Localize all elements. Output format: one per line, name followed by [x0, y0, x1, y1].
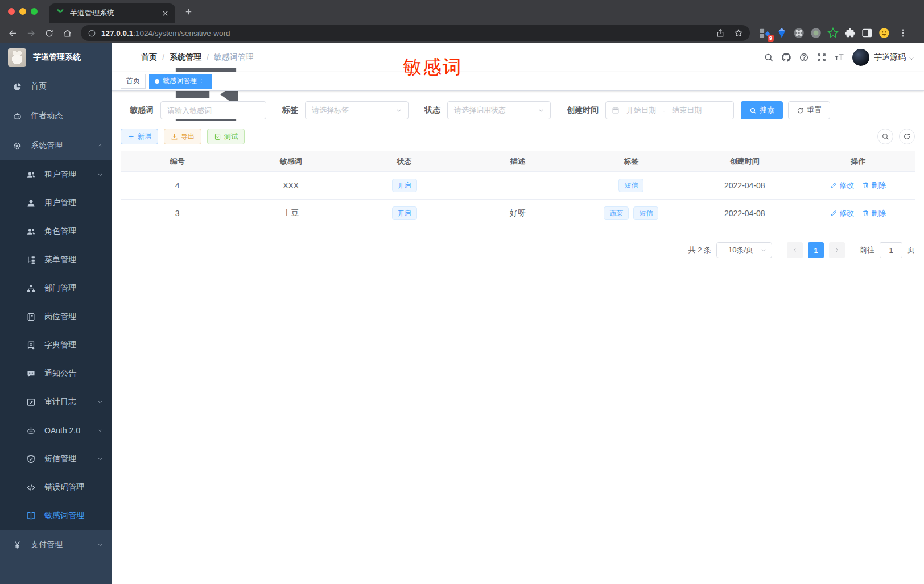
delete-button[interactable]: 删除: [862, 180, 886, 190]
refresh-table-button[interactable]: [899, 129, 915, 144]
puzzle-icon[interactable]: [843, 26, 857, 40]
sidebar-logo[interactable]: 芋道管理系统: [0, 43, 112, 72]
sidebar: 芋道管理系统 首页作者动态系统管理租户管理用户管理角色管理菜单管理部门管理岗位管…: [0, 43, 112, 584]
share-icon[interactable]: [716, 28, 725, 38]
sidebar-item-post[interactable]: 岗位管理: [0, 303, 112, 331]
new-tab-button[interactable]: [184, 7, 193, 16]
edit-button[interactable]: 修改: [830, 208, 854, 218]
search-icon: [881, 132, 889, 140]
sidebar-item-error-code[interactable]: 错误码管理: [0, 473, 112, 502]
browser-menu-icon[interactable]: [898, 28, 908, 38]
pencil-icon: [830, 209, 838, 217]
cell-created: 2022-04-08: [688, 181, 801, 190]
page-size-select[interactable]: 10条/页: [716, 242, 772, 258]
tag-home[interactable]: 首页: [121, 74, 146, 89]
chevron-down-icon: [97, 171, 104, 178]
sidebar-item-oauth[interactable]: OAuth 2.0: [0, 416, 112, 445]
test-button[interactable]: 测试: [207, 129, 245, 144]
search-button[interactable]: 搜索: [741, 101, 783, 119]
user-avatar[interactable]: [852, 49, 869, 66]
back-icon[interactable]: [5, 25, 20, 41]
sidebar-item-tenant[interactable]: 租户管理: [0, 160, 112, 189]
help-icon[interactable]: [795, 48, 812, 67]
forward-icon[interactable]: [23, 25, 39, 41]
sidebar-item-gear[interactable]: 系统管理: [0, 131, 112, 160]
tag-sensitive-word[interactable]: 敏感词管理: [149, 74, 212, 89]
minimize-window-button[interactable]: [19, 8, 26, 15]
font-size-icon[interactable]: [830, 48, 848, 67]
sidebar-item-label: 首页: [31, 81, 104, 92]
sidebar-item-audit-log[interactable]: 审计日志: [0, 388, 112, 416]
command-icon[interactable]: [792, 26, 806, 40]
next-page-button[interactable]: [829, 242, 845, 258]
split-view-icon[interactable]: [860, 26, 874, 40]
collapse-sidebar-icon[interactable]: [121, 52, 132, 63]
prev-page-button[interactable]: [787, 242, 803, 258]
green-star-icon[interactable]: [826, 26, 840, 40]
add-button[interactable]: 新增: [121, 129, 158, 144]
fullscreen-icon[interactable]: [812, 48, 830, 67]
end-date-placeholder: 结束日期: [672, 105, 702, 115]
home-icon[interactable]: [59, 25, 75, 41]
sensitive-word-input[interactable]: [160, 101, 266, 119]
record-icon[interactable]: [809, 26, 823, 40]
sidebar-item-role[interactable]: 角色管理: [0, 217, 112, 246]
bookmark-star-icon[interactable]: [734, 28, 743, 38]
cell-created: 2022-04-08: [688, 209, 801, 218]
chevron-down-icon: [97, 399, 104, 405]
sidebar-item-label: 短信管理: [44, 454, 97, 464]
table-body: 4XXX开启短信2022-04-08修改删除3土豆开启好呀蔬菜短信2022-04…: [121, 172, 915, 227]
filter-form: 敏感词 标签 请选择标签 状态 请选择启用状态 创建时间 开始日: [121, 101, 915, 119]
browser-chrome: 芋道管理系统 127.0.0.1:1024/system/sensitive-w…: [0, 0, 924, 43]
date-range-picker[interactable]: 开始日期 - 结束日期: [605, 101, 734, 119]
tag-close-icon[interactable]: [200, 78, 207, 84]
reset-button[interactable]: 重置: [788, 101, 830, 119]
sidebar-item-dictionary[interactable]: 字典管理: [0, 331, 112, 359]
trash-icon: [862, 209, 869, 217]
status-select[interactable]: 请选择启用状态: [447, 101, 551, 119]
goto-page-input[interactable]: [880, 242, 902, 258]
breadcrumb-system[interactable]: 系统管理: [170, 52, 201, 63]
cell-id: 3: [121, 209, 234, 218]
reload-icon[interactable]: [41, 25, 57, 41]
status-badge: 开启: [392, 179, 417, 192]
page-number-button[interactable]: 1: [808, 242, 824, 258]
edit-button[interactable]: 修改: [830, 180, 854, 190]
zoom-window-button[interactable]: [31, 8, 38, 15]
browser-tab[interactable]: 芋道管理系统: [49, 3, 175, 23]
tab-close-icon[interactable]: [161, 9, 170, 18]
app-title: 芋道管理系统: [33, 52, 81, 63]
username[interactable]: 芋道源码: [874, 52, 906, 63]
table-header: 编号 敏感词 状态 描述 标签 创建时间 操作: [121, 151, 915, 172]
export-button[interactable]: 导出: [164, 129, 201, 144]
chevron-down-icon[interactable]: [908, 55, 915, 62]
tag-select[interactable]: 请选择标签: [305, 101, 409, 119]
sidebar-item-notice[interactable]: 通知公告: [0, 359, 112, 388]
chevron-down-icon: [395, 106, 403, 114]
sidebar-item-sensitive-word[interactable]: 敏感词管理: [0, 502, 112, 530]
sidebar-item-menu-tree[interactable]: 菜单管理: [0, 246, 112, 274]
search-icon[interactable]: [760, 48, 777, 67]
extensions-area: 9: [758, 26, 891, 40]
site-info-icon[interactable]: [88, 29, 96, 38]
github-icon[interactable]: [777, 48, 795, 67]
breadcrumb-home[interactable]: 首页: [141, 52, 157, 63]
delete-button[interactable]: 删除: [862, 208, 886, 218]
sidebar-item-pay[interactable]: 支付管理: [0, 530, 112, 560]
tag-badge: 蔬菜: [604, 206, 629, 220]
url-host: 127.0.0.1: [101, 29, 133, 38]
sidebar-item-dashboard[interactable]: 首页: [0, 72, 112, 101]
gem-icon[interactable]: [775, 26, 789, 40]
sidebar-item-user[interactable]: 用户管理: [0, 189, 112, 217]
address-bar[interactable]: 127.0.0.1:1024/system/sensitive-word: [81, 25, 750, 41]
sidebar-item-sms[interactable]: 短信管理: [0, 445, 112, 473]
close-window-button[interactable]: [8, 8, 15, 15]
cell-status: 开启: [348, 206, 461, 220]
sidebar-item-author-news[interactable]: 作者动态: [0, 101, 112, 131]
tab-grid-icon[interactable]: 9: [758, 26, 772, 40]
sidebar-item-department[interactable]: 部门管理: [0, 274, 112, 303]
hide-search-button[interactable]: [877, 129, 893, 144]
emoji-icon[interactable]: [877, 26, 891, 40]
sidebar-item-label: 敏感词管理: [44, 511, 104, 521]
url-text: 127.0.0.1:1024/system/sensitive-word: [101, 29, 230, 38]
